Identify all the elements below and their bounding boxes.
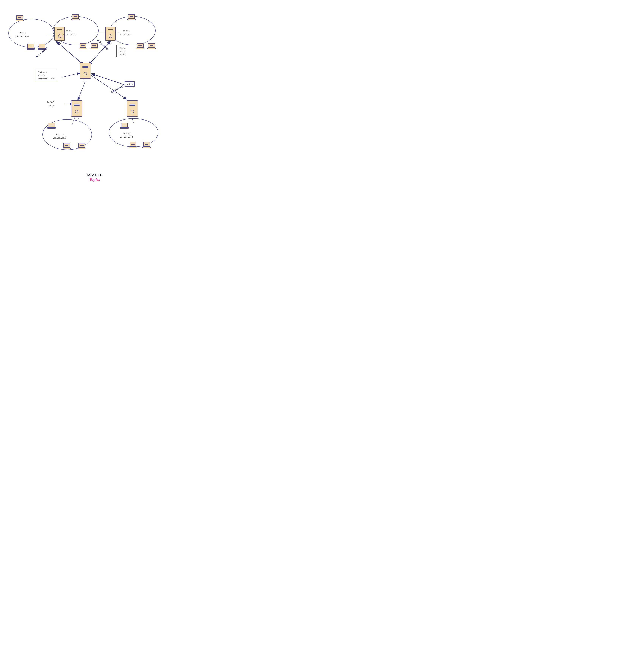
laptop-br-2 [129,142,137,148]
network-label-2: 10.1.4.x255.255.255.0 [63,29,76,36]
router-AS1-label: AS1 [83,79,87,82]
laptop-tr-3 [147,43,156,49]
router-AS2-label: AS2 [75,117,79,120]
svg-point-2 [8,19,54,47]
router-R1-label: R1 [109,41,112,44]
laptop-tl-1 [16,15,24,21]
info-box-1: 10.1.1.x10.1.2.x10.1.3.x [116,45,127,57]
logo-topics: Topics [87,177,103,182]
laptop-tc-2 [79,43,87,49]
router-AS3-label: AS3 [130,117,134,120]
laptop-bl-3 [78,143,86,149]
info-box-static-route: Static route10.1.1.xRedistribution = Yes [36,69,57,81]
router-AS2: AS2 [71,101,83,120]
logo-container: SCALER Topics [87,173,103,182]
laptop-bl-1 [47,123,56,129]
laptop-br-3 [142,142,151,148]
laptop-tc-1 [71,14,79,20]
laptop-bl-2 [63,143,71,149]
svg-line-12 [91,73,126,85]
info-box-rip-source: 10.1.2.x [124,82,135,87]
laptop-br-1 [120,123,129,129]
svg-line-11 [78,82,85,101]
default-route-label: DefaultRoute [47,101,54,107]
diagram-svg [0,0,189,186]
laptop-tr-1 [127,14,136,20]
laptop-tr-2 [136,43,144,49]
router-R1: R1 [105,26,116,44]
network-label-3: 10.1.5.x255.255.255.0 [120,29,133,36]
diagram-container: R2 R1 AS1 A [0,0,189,186]
laptop-tl-2 [26,44,35,50]
router-AS3: AS3 [127,101,138,120]
laptop-tc-3 [90,43,98,49]
network-label-5: 10.1.2.x255.255.255.0 [120,132,133,138]
logo-scaler: SCALER [87,173,103,177]
network-label-4: 10.1.1.x255.255.255.0 [53,133,66,139]
svg-line-9 [62,73,80,77]
rip-exchange-label-3: RIP exchange [110,84,124,94]
network-label-1: 10.1.3.x255.255.255.0 [16,31,29,38]
router-R2-label: R2 [58,41,61,44]
router-AS1: AS1 [79,63,91,82]
